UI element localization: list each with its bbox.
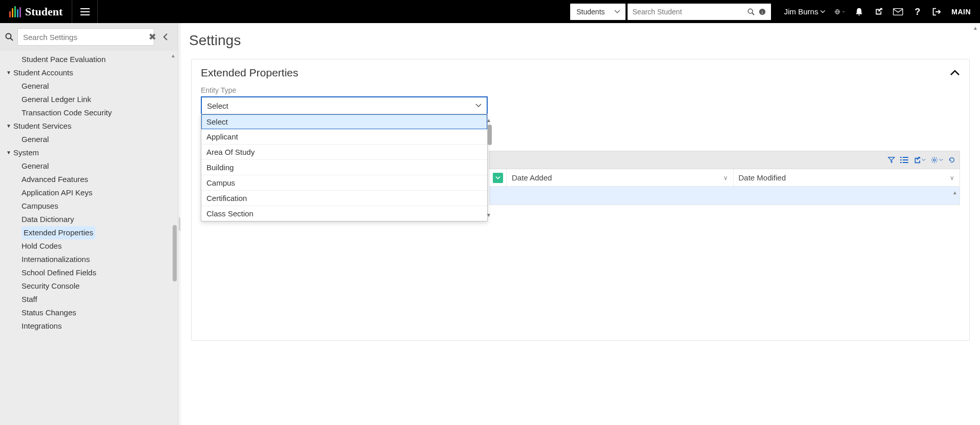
messages-button[interactable]	[893, 7, 903, 17]
bell-icon	[854, 7, 864, 16]
dropdown-option[interactable]: Certification	[201, 191, 487, 206]
brand-name: Student	[25, 5, 62, 18]
grid-list-button[interactable]	[900, 156, 908, 164]
context-selector[interactable]: Students	[570, 4, 625, 20]
svg-rect-17	[903, 159, 908, 160]
page-title: Settings	[181, 23, 980, 59]
user-menu[interactable]: Jim Burns	[784, 7, 826, 16]
triangle-down-icon: ▼	[6, 146, 11, 159]
chevron-down-icon	[922, 158, 926, 162]
nav-item[interactable]: Data Dictionary	[0, 213, 178, 226]
grid-settings-button[interactable]	[931, 156, 943, 164]
nav-item[interactable]: Integrations	[0, 319, 178, 333]
svg-rect-14	[900, 157, 902, 158]
dropdown-list[interactable]: SelectApplicantArea Of StudyBuildingCamp…	[201, 114, 487, 221]
top-bar: Student Students i Jim Burns	[0, 0, 980, 23]
grid-refresh-button[interactable]	[948, 156, 955, 164]
context-selector-label: Students	[576, 8, 604, 16]
triangle-down-icon: ▼	[6, 119, 11, 133]
svg-rect-18	[900, 162, 902, 163]
nav-item[interactable]: Extended Properties	[0, 226, 178, 239]
nav-item[interactable]: Advanced Features	[0, 173, 178, 186]
scrollbar-thumb[interactable]	[488, 125, 492, 145]
entity-type-select[interactable]: Select	[201, 96, 488, 115]
nav-item[interactable]: Staff	[0, 293, 178, 306]
nav-group[interactable]: ▼Student Services	[0, 119, 178, 133]
question-icon: ?	[914, 7, 921, 17]
nav-item[interactable]: Transaction Code Security	[0, 106, 178, 119]
svg-rect-10	[893, 8, 903, 15]
nav-item[interactable]: Application API Keys	[0, 186, 178, 199]
nav-item[interactable]: Internationalizations	[0, 253, 178, 266]
nav-item[interactable]: General Ledger Link	[0, 93, 178, 106]
open-external-button[interactable]	[873, 7, 884, 17]
top-search-area: Students i	[566, 0, 775, 23]
grid-select-all[interactable]	[489, 169, 507, 186]
top-right-controls: Jim Burns ? MAIN	[775, 0, 980, 23]
svg-rect-15	[903, 157, 908, 158]
svg-point-20	[933, 159, 935, 161]
scrollbar-thumb[interactable]	[173, 225, 177, 281]
nav-group[interactable]: ▼System	[0, 146, 178, 159]
nav-group-label: System	[13, 146, 39, 159]
brand-logo-icon	[9, 6, 21, 17]
grid-toolbar	[489, 151, 960, 169]
nav-item-label: Internationalizations	[22, 253, 90, 266]
dropdown-option[interactable]: Class Section	[201, 206, 487, 221]
settings-sidebar: ✖ ▲ Student Pace Evaluation▼Student Acco…	[0, 23, 178, 425]
nav-item[interactable]: General	[0, 133, 178, 146]
checkbox-checked-icon	[493, 173, 503, 183]
nav-item[interactable]: Security Console	[0, 279, 178, 293]
nav-item[interactable]: School Defined Fields	[0, 266, 178, 279]
grid-empty-row[interactable]: ▲	[489, 187, 960, 205]
dropdown-option[interactable]: Campus	[201, 175, 487, 191]
info-icon[interactable]: i	[759, 8, 766, 15]
column-header-date-added[interactable]: Date Added ∨	[507, 169, 734, 186]
grid-filter-button[interactable]	[888, 156, 895, 164]
dropdown-option[interactable]: Applicant	[201, 129, 487, 145]
notifications-button[interactable]	[854, 7, 864, 17]
nav-group[interactable]: ▼Student Accounts	[0, 66, 178, 79]
dropdown-option[interactable]: Building	[201, 160, 487, 175]
panel-collapse-button[interactable]	[950, 69, 960, 76]
nav-item[interactable]: Status Changes	[0, 306, 178, 319]
filter-icon	[888, 156, 895, 164]
svg-rect-1	[80, 11, 90, 12]
nav-item[interactable]: General	[0, 79, 178, 93]
campus-indicator[interactable]: MAIN	[951, 8, 971, 16]
search-icon	[5, 33, 13, 41]
app-shell: ✖ ▲ Student Pace Evaluation▼Student Acco…	[0, 23, 980, 425]
sidebar-collapse-button[interactable]	[158, 33, 173, 41]
list-icon	[900, 156, 908, 164]
clear-search-button[interactable]: ✖	[149, 31, 156, 43]
column-header-date-modified[interactable]: Date Modified ∨	[734, 169, 960, 186]
nav-item[interactable]: Hold Codes	[0, 239, 178, 253]
nav-toggle-button[interactable]	[72, 0, 98, 23]
search-icon[interactable]	[747, 8, 755, 15]
export-icon	[913, 156, 921, 164]
user-name: Jim Burns	[784, 7, 819, 16]
globe-menu[interactable]	[835, 7, 845, 17]
chevron-down-icon	[939, 158, 943, 162]
external-link-icon	[874, 7, 883, 16]
global-search[interactable]: i	[628, 4, 771, 20]
signout-button[interactable]	[932, 7, 942, 17]
help-button[interactable]: ?	[912, 7, 923, 17]
svg-line-4	[752, 13, 754, 15]
hamburger-icon	[80, 8, 90, 15]
nav-item-label: Transaction Code Security	[22, 106, 112, 119]
scroll-up-icon: ▲	[952, 190, 957, 195]
nav-item[interactable]: General	[0, 159, 178, 173]
sidebar-nav[interactable]: Student Pace Evaluation▼Student Accounts…	[0, 51, 178, 425]
global-search-input[interactable]	[633, 8, 743, 16]
nav-item-label: General	[22, 79, 49, 93]
nav-item[interactable]: Student Pace Evaluation	[0, 53, 178, 66]
chevron-down-icon	[614, 9, 620, 15]
dropdown-option[interactable]: Area Of Study	[201, 145, 487, 160]
dropdown-option[interactable]: Select	[201, 114, 487, 129]
nav-item[interactable]: Campuses	[0, 199, 178, 213]
grid-export-button[interactable]	[913, 156, 926, 164]
sidebar-search-input[interactable]	[17, 28, 154, 46]
svg-line-13	[11, 38, 13, 41]
chevron-down-icon	[475, 103, 482, 109]
